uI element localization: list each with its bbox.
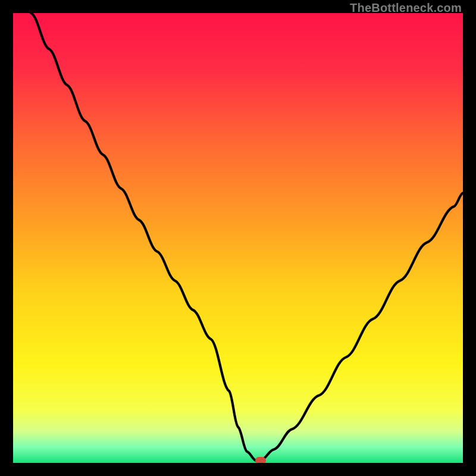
outer-frame: TheBottleneck.com <box>0 0 476 476</box>
background-gradient <box>13 13 463 463</box>
plot-area <box>13 13 463 463</box>
svg-rect-0 <box>13 13 463 463</box>
bottleneck-marker <box>255 457 266 463</box>
